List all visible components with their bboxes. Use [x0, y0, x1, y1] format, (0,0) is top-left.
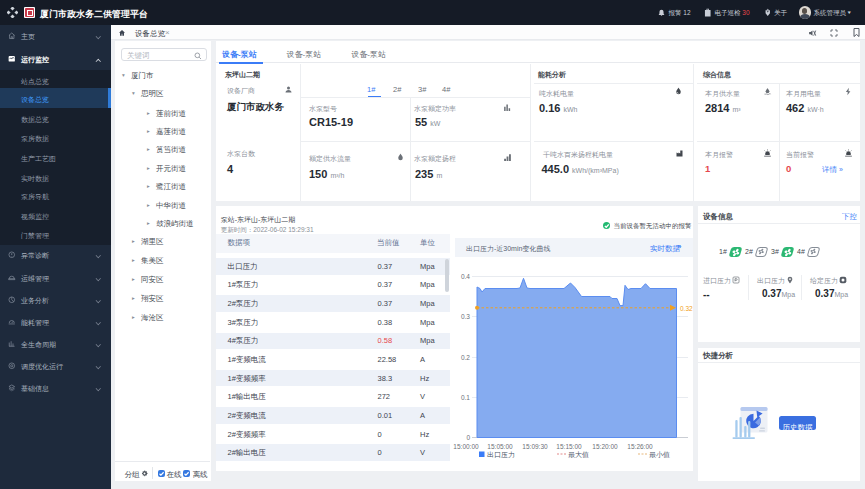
svg-text:0.32: 0.32	[680, 305, 693, 312]
svg-text:0.3: 0.3	[461, 313, 470, 320]
svg-text:0.4: 0.4	[461, 273, 470, 280]
svg-text:15:15:00: 15:15:00	[556, 443, 582, 450]
svg-text:15:20:00: 15:20:00	[592, 443, 618, 450]
svg-text:最大值: 最大值	[568, 451, 589, 458]
svg-text:0: 0	[466, 434, 470, 441]
svg-text:出口压力: 出口压力	[487, 451, 515, 459]
svg-text:15:09:30: 15:09:30	[522, 443, 548, 450]
svg-text:15:00:00: 15:00:00	[453, 443, 479, 450]
svg-text:0.2: 0.2	[461, 354, 470, 361]
svg-text:最小值: 最小值	[649, 451, 670, 458]
svg-text:15:05:00: 15:05:00	[487, 443, 513, 450]
svg-text:0.1: 0.1	[461, 394, 470, 401]
svg-text:15:26:00: 15:26:00	[627, 443, 653, 450]
